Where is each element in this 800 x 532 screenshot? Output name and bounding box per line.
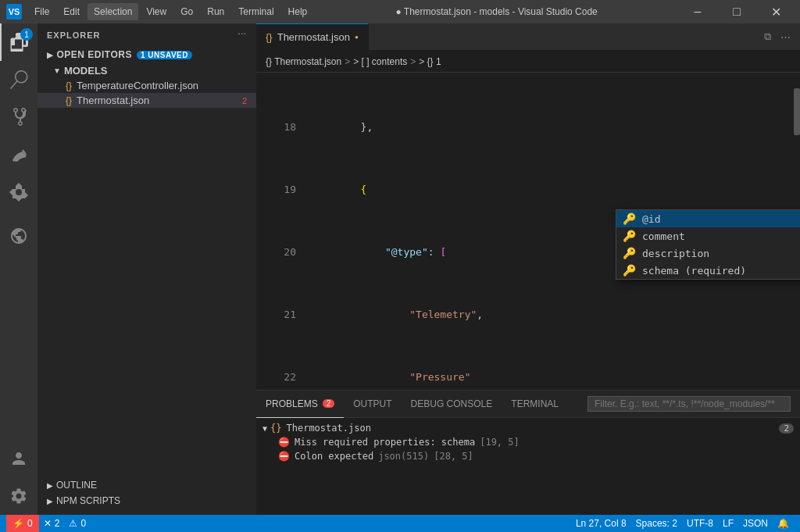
debug-console-label: DEBUG CONSOLE	[411, 398, 493, 409]
status-notifications[interactable]: 🔔	[773, 518, 794, 529]
activity-explorer[interactable]: 1	[0, 23, 38, 61]
autocomplete-label-description: description	[642, 248, 709, 259]
breadcrumb-contents[interactable]: > [ ] contents	[353, 56, 407, 67]
terminal-label: TERMINAL	[511, 398, 559, 409]
line-num-20: 20	[269, 245, 312, 260]
autocomplete-icon-description: 🔑	[623, 247, 636, 259]
open-editors-badge: 1 UNSAVED	[137, 51, 192, 59]
status-language[interactable]: JSON	[738, 518, 773, 529]
activity-extensions[interactable]	[0, 173, 38, 211]
activity-accounts[interactable]	[0, 440, 38, 477]
npm-scripts-section[interactable]: ▶ NPM SCRIPTS	[38, 493, 256, 509]
activity-remote[interactable]	[0, 217, 38, 255]
activity-search[interactable]	[0, 61, 38, 98]
open-editors-header[interactable]: ▶ OPEN EDITORS 1 UNSAVED	[38, 46, 256, 63]
file-thermostat[interactable]: {} Thermostat.json 2	[38, 93, 256, 108]
error-count: 2	[55, 518, 60, 529]
menu-help[interactable]: Help	[282, 3, 314, 20]
outline-section[interactable]: ▶ OUTLINE	[38, 477, 256, 493]
tab-actions: ⧉ ⋯	[761, 29, 800, 45]
language-label: JSON	[743, 518, 768, 529]
problems-label: PROBLEMS	[266, 398, 318, 409]
models-section: ▼ MODELS {} TemperatureController.json {…	[38, 63, 256, 108]
code-line-18: 18 },	[269, 120, 794, 135]
filter-input[interactable]	[588, 396, 791, 412]
tab-thermostat[interactable]: {} Thermostat.json ●	[256, 23, 369, 51]
status-eol[interactable]: LF	[718, 518, 738, 529]
more-actions-button[interactable]: ⋯	[777, 30, 794, 45]
sidebar-more-actions[interactable]: ⋯	[238, 30, 247, 40]
titlebar-controls: – □ ✕	[680, 0, 794, 23]
panel-tab-debug-console[interactable]: DEBUG CONSOLE	[402, 391, 502, 418]
remote-icon: ⚡	[12, 518, 24, 529]
sidebar-bottom: ▶ OUTLINE ▶ NPM SCRIPTS	[38, 471, 256, 515]
panel-tab-terminal[interactable]: TERMINAL	[502, 391, 568, 418]
maximize-button[interactable]: □	[719, 0, 755, 23]
breadcrumb-file[interactable]: {} Thermostat.json	[266, 56, 341, 67]
sidebar-title: EXPLORER	[47, 30, 101, 40]
tab-thermostat-label: Thermostat.json	[277, 31, 350, 43]
status-encoding[interactable]: UTF-8	[682, 518, 718, 529]
activity-run[interactable]	[0, 136, 38, 173]
open-editors-label: OPEN EDITORS	[57, 49, 132, 60]
menu-selection[interactable]: Selection	[88, 3, 138, 20]
split-editor-button[interactable]: ⧉	[761, 29, 774, 45]
autocomplete-item-schema[interactable]: 🔑 schema (required)	[616, 262, 800, 279]
minimap-scroll[interactable]	[794, 88, 800, 135]
close-button[interactable]: ✕	[758, 0, 794, 23]
status-spaces[interactable]: Spaces: 2	[631, 518, 682, 529]
panel-tab-output[interactable]: OUTPUT	[344, 391, 401, 418]
code-line-21: 21 "Telemetry",	[269, 307, 794, 323]
problem-item-2[interactable]: ⛔ Colon expected json(515) [28, 5]	[262, 449, 794, 463]
status-cursor[interactable]: Ln 27, Col 8	[571, 518, 631, 529]
line-num-18: 18	[269, 120, 312, 135]
autocomplete-label-comment: comment	[642, 230, 685, 242]
autocomplete-item-description[interactable]: 🔑 description	[616, 245, 800, 262]
status-remote[interactable]: ⚡ 0	[6, 515, 39, 532]
tab-json-icon: {}	[266, 31, 273, 43]
problem-file-thermostat[interactable]: ▼ {} Thermostat.json 2	[262, 421, 794, 435]
activity-source-control[interactable]	[0, 98, 38, 136]
activity-settings[interactable]	[0, 477, 38, 515]
models-header[interactable]: ▼ MODELS	[38, 63, 256, 78]
line-num-21: 21	[269, 307, 312, 323]
autocomplete-icon-id: 🔑	[623, 212, 636, 225]
menu-view[interactable]: View	[140, 3, 173, 20]
menu-file[interactable]: File	[28, 3, 55, 20]
file-temperature-controller-name: TemperatureController.json	[77, 80, 198, 91]
autocomplete-item-id[interactable]: 🔑 @id	[616, 210, 800, 227]
tab-unsaved-dot: ●	[355, 34, 359, 41]
problem-text-2: Colon expected	[295, 451, 373, 462]
status-errors[interactable]: ✕ 2	[39, 518, 65, 529]
menu-edit[interactable]: Edit	[57, 3, 86, 20]
problem-item-1[interactable]: ⛔ Miss required properties: schema [19, …	[262, 435, 794, 449]
status-warnings[interactable]: ⚠ 0	[64, 518, 91, 529]
problem-json-icon: {}	[270, 423, 281, 434]
breadcrumb-sep-1: >	[345, 56, 350, 67]
sidebar: EXPLORER ⋯ ▶ OPEN EDITORS 1 UNSAVED ▼ MO…	[38, 23, 256, 515]
editor-area: {} Thermostat.json ● ⧉ ⋯ {} Thermostat.j…	[256, 23, 800, 515]
problem-text-1: Miss required properties: schema	[295, 437, 475, 448]
error-icon-1: ⛔	[278, 437, 290, 448]
notifications-icon: 🔔	[777, 518, 789, 529]
outline-label: OUTLINE	[56, 480, 97, 491]
menu-go[interactable]: Go	[174, 3, 199, 20]
minimize-button[interactable]: –	[680, 0, 716, 23]
npm-scripts-chevron: ▶	[47, 497, 53, 505]
line-num-22: 22	[269, 370, 312, 385]
remote-label: 0	[27, 518, 33, 529]
panel-tab-problems[interactable]: PROBLEMS 2	[256, 391, 344, 418]
file-temperature-controller[interactable]: {} TemperatureController.json	[38, 78, 256, 93]
open-editors-chevron: ▶	[47, 51, 54, 59]
breadcrumb-1[interactable]: > {} 1	[419, 56, 441, 67]
menu-terminal[interactable]: Terminal	[232, 3, 280, 20]
status-bar: ⚡ 0 ✕ 2 ⚠ 0 Ln 27, Col 8 Spaces: 2 UTF-8…	[0, 515, 800, 532]
encoding-label: UTF-8	[687, 518, 713, 529]
code-editor[interactable]: 18 }, 19 { 20 "@type": [	[256, 73, 800, 390]
open-editors-section: ▶ OPEN EDITORS 1 UNSAVED	[38, 46, 256, 63]
output-label: OUTPUT	[353, 398, 391, 409]
autocomplete-item-comment[interactable]: 🔑 comment	[616, 227, 800, 245]
titlebar-left: VS File Edit Selection View Go Run Termi…	[6, 3, 313, 20]
menu-run[interactable]: Run	[201, 3, 230, 20]
menu-bar: File Edit Selection View Go Run Terminal…	[28, 3, 313, 20]
